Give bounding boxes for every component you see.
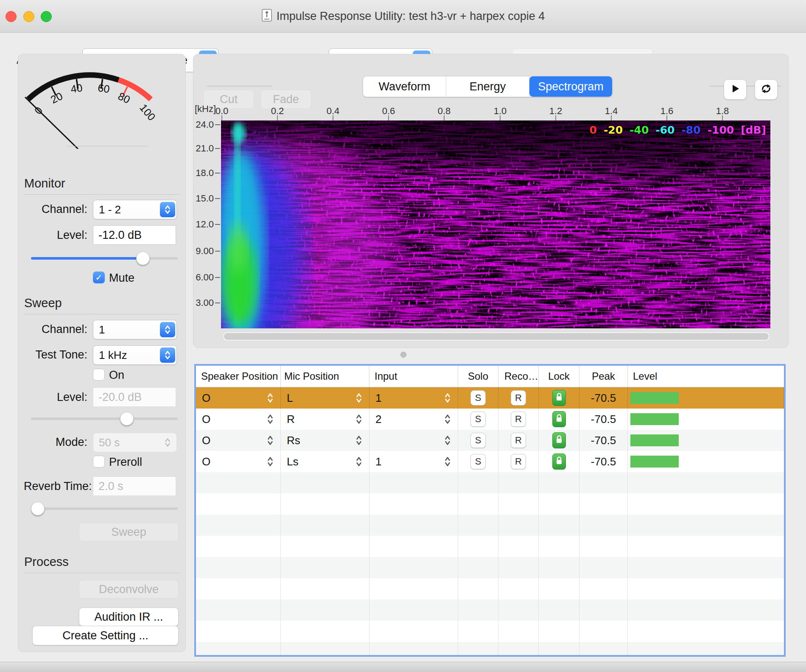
monitor-level-slider-thumb[interactable]	[136, 252, 150, 265]
monitor-channel-label: Channel:	[24, 203, 87, 216]
loop-button[interactable]	[755, 79, 778, 100]
col-solo[interactable]: Solo	[458, 366, 498, 387]
monitor-level-field[interactable]: -12.0 dB	[93, 225, 176, 245]
lock-button[interactable]	[552, 390, 566, 406]
lock-button[interactable]	[552, 432, 566, 448]
monitor-level-label: Level:	[24, 229, 87, 242]
sweep-level-slider-thumb[interactable]	[120, 412, 134, 426]
lock-button[interactable]	[552, 411, 566, 427]
tab-waveform[interactable]: Waveform	[363, 76, 446, 97]
test-tone-select[interactable]: 1 kHz	[93, 345, 177, 365]
preroll-checkbox[interactable]	[93, 456, 105, 468]
stepper-icon[interactable]	[267, 455, 274, 468]
svg-text:40: 40	[70, 81, 83, 95]
audition-ir-button[interactable]: Audition IR ...	[79, 608, 179, 626]
stepper-icon[interactable]	[444, 391, 451, 405]
meter-needle	[25, 97, 78, 149]
play-icon	[730, 84, 740, 95]
mode-select[interactable]: 50 s	[93, 433, 177, 452]
solo-button[interactable]: S	[470, 390, 486, 406]
test-tone-on-checkbox[interactable]	[93, 369, 105, 381]
tab-spectrogram[interactable]: Spectrogram	[529, 76, 612, 97]
stepper-icon[interactable]	[267, 391, 274, 405]
level-meter	[630, 392, 679, 404]
create-setting-button[interactable]: Create Setting ...	[32, 626, 179, 645]
window-bottom-bar	[0, 662, 806, 672]
empty-row[interactable]	[196, 621, 784, 642]
monitor-level-slider[interactable]	[31, 257, 178, 260]
freq-tick-label: 21.0	[193, 143, 214, 154]
stepper-icon[interactable]	[355, 391, 362, 405]
freq-tick-label: 15.0	[193, 193, 214, 204]
stepper-icon[interactable]	[444, 455, 451, 468]
sweep-button[interactable]: Sweep	[79, 523, 179, 541]
lock-button[interactable]	[552, 454, 566, 470]
tab-energy[interactable]: Energy	[446, 76, 529, 97]
freq-tick-label: 6.00	[193, 272, 214, 283]
mode-label: Mode:	[24, 436, 87, 449]
stepper-icon[interactable]	[355, 434, 362, 447]
mute-checkbox[interactable]: ✓	[93, 272, 105, 283]
deconvolve-button[interactable]: Deconvolve	[79, 580, 179, 599]
solo-button[interactable]: S	[470, 433, 486, 448]
record-button[interactable]: R	[511, 390, 526, 406]
spectrogram-image	[221, 120, 770, 328]
window-title: Impulse Response Utility: test h3-vr + h…	[277, 10, 545, 23]
empty-row[interactable]	[196, 536, 784, 557]
empty-row[interactable]	[196, 515, 784, 536]
spectrogram-scrollbar[interactable]	[223, 332, 770, 341]
scrollbar-thumb[interactable]	[224, 333, 769, 340]
play-button[interactable]	[724, 79, 747, 100]
mute-label: Mute	[109, 272, 134, 285]
stepper-icon[interactable]	[355, 455, 362, 468]
table-header: Speaker Position Mic Position Input Solo…	[196, 366, 784, 387]
splitter-handle[interactable]	[400, 352, 406, 358]
record-button[interactable]: R	[511, 454, 526, 469]
empty-row[interactable]	[196, 599, 784, 621]
col-mic-position[interactable]: Mic Position	[281, 366, 369, 387]
solo-button[interactable]: S	[470, 454, 486, 469]
col-lock[interactable]: Lock	[539, 366, 579, 387]
stepper-icon[interactable]	[355, 412, 362, 426]
col-speaker-position[interactable]: Speaker Position	[196, 366, 281, 387]
col-peak[interactable]: Peak	[579, 366, 628, 387]
solo-button[interactable]: S	[470, 412, 486, 427]
table-row[interactable]: O R 2 S R -70.5	[196, 409, 784, 430]
sweep-channel-label: Channel:	[24, 323, 87, 336]
table-row[interactable]: O Ls 1 S R -70.5	[196, 451, 784, 472]
sweep-level-slider[interactable]	[31, 417, 178, 420]
reverb-time-field[interactable]: 2.0 s	[93, 476, 176, 496]
empty-row[interactable]	[196, 472, 784, 493]
empty-row[interactable]	[196, 557, 784, 578]
monitor-channel-select[interactable]: 1 - 2	[93, 200, 177, 219]
empty-row[interactable]	[196, 578, 784, 599]
col-record[interactable]: Reco…	[498, 366, 539, 387]
stepper-icon[interactable]	[267, 434, 274, 447]
table-row[interactable]: O L 1 S R -70.5	[196, 387, 784, 409]
record-button[interactable]: R	[511, 412, 526, 427]
table-row[interactable]: O Rs S R -70.5	[196, 430, 784, 451]
reverb-time-slider-thumb[interactable]	[31, 502, 45, 515]
col-level[interactable]: Level	[628, 366, 784, 387]
record-button[interactable]: R	[511, 433, 526, 448]
lock-icon	[555, 455, 563, 468]
freq-tick-label: 12.0	[193, 219, 214, 230]
db-legend: 0 -20 -40 -60 -80 -100 [dB]	[590, 124, 766, 136]
empty-row[interactable]	[196, 642, 784, 657]
document-icon	[261, 8, 272, 24]
lock-icon	[555, 392, 563, 405]
viewer-panel: Waveform Energy Spectrogram Cut Fade [kH…	[193, 54, 789, 348]
view-tabs: Waveform Energy Spectrogram	[363, 76, 613, 97]
reverb-time-slider[interactable]	[31, 507, 178, 510]
stepper-icon[interactable]	[444, 412, 451, 426]
col-input[interactable]: Input	[369, 366, 458, 387]
meter-baseline	[67, 146, 148, 146]
stepper-icon[interactable]	[267, 412, 274, 426]
sweep-channel-select[interactable]: 1	[93, 320, 177, 339]
chevron-up-down-icon	[160, 435, 175, 450]
sweep-level-field[interactable]: -20.0 dB	[93, 387, 176, 407]
stepper-icon[interactable]	[444, 434, 451, 447]
chevron-up-down-icon	[160, 322, 175, 337]
empty-row[interactable]	[196, 493, 784, 515]
loop-icon	[760, 83, 772, 96]
